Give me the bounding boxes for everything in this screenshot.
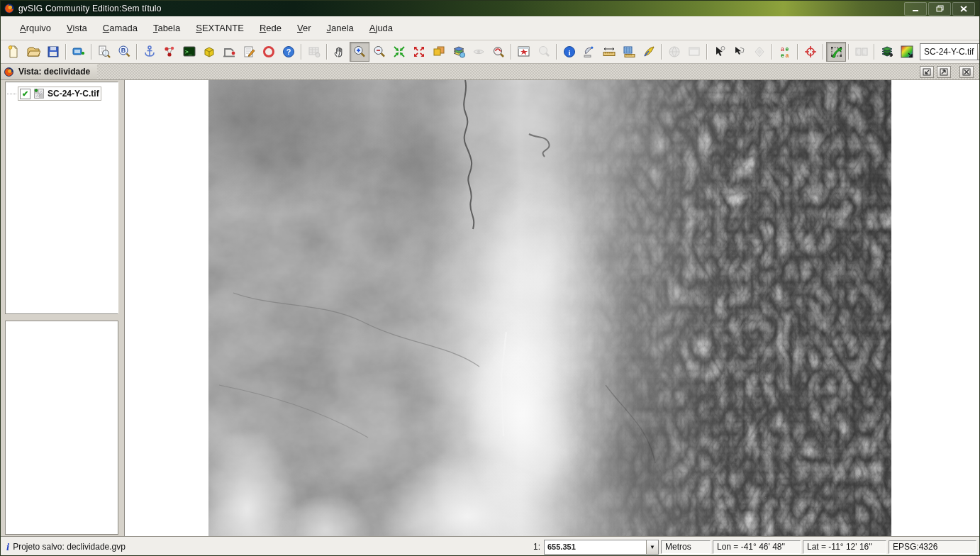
toolbar-separator	[91, 44, 92, 60]
map-canvas[interactable]	[124, 80, 979, 536]
menu-sextante[interactable]: SEXTANTE	[188, 20, 252, 36]
visibility-button[interactable]	[469, 42, 489, 62]
menu-tabela[interactable]: Tabela	[145, 20, 188, 36]
toc-splitter[interactable]	[5, 314, 118, 321]
toolbar-separator	[65, 44, 67, 60]
close-button[interactable]	[952, 2, 975, 16]
layer-manager-button[interactable]	[449, 42, 469, 62]
area-icon	[622, 45, 636, 59]
window-controls	[904, 2, 979, 16]
layer-combo-dropdown-icon[interactable]: ▼	[977, 44, 980, 60]
viewadd-icon	[72, 45, 86, 59]
scale-combo[interactable]: 655.351 ▼	[544, 540, 659, 555]
pagemag-icon	[97, 45, 111, 59]
folder-icon	[26, 45, 40, 59]
frames-icon	[854, 45, 869, 59]
vista-titlebar-texture	[97, 64, 914, 79]
open-project-button[interactable]	[23, 42, 43, 62]
map-frame-button[interactable]	[514, 42, 534, 62]
save-project-button[interactable]	[43, 42, 63, 62]
help-icon: ?	[282, 45, 296, 59]
layer-combo[interactable]: SC-24-Y-C.tif ▼	[920, 43, 980, 60]
left-column: ✔ SC-24-Y-C.tif	[1, 80, 118, 536]
new-view-button[interactable]	[69, 42, 89, 62]
overview-window-button[interactable]	[684, 42, 704, 62]
panel-splitter[interactable]	[118, 80, 124, 536]
menu-vista[interactable]: Vista	[59, 20, 95, 36]
sextante-console-button[interactable]: >_	[179, 42, 199, 62]
raster-bands-button[interactable]	[877, 42, 897, 62]
vista-maximize-button[interactable]	[937, 66, 951, 78]
menu-janela[interactable]: Janela	[319, 20, 362, 36]
sextante-history-button[interactable]	[219, 42, 239, 62]
raster-layer-icon	[33, 88, 45, 99]
measure-distance-button[interactable]	[599, 42, 619, 62]
toc-layer-row: ✔ SC-24-Y-C.tif	[7, 87, 118, 101]
zoom-full-extent-button[interactable]	[409, 42, 429, 62]
vista-content: ✔ SC-24-Y-C.tif	[1, 80, 979, 536]
window-titlebar[interactable]: gvSIG Community Edition:Sem título	[1, 1, 979, 16]
locator-zoom-button[interactable]	[534, 42, 554, 62]
record-icon	[262, 45, 276, 59]
vista-close-button[interactable]	[959, 66, 974, 78]
color-table-button[interactable]	[897, 42, 917, 62]
svg-text:?: ?	[286, 48, 291, 56]
select-by-buffer-button[interactable]	[750, 42, 769, 62]
menu-arquivo[interactable]: Arquivo	[12, 20, 59, 36]
epsg-box: EPSG:4326	[889, 540, 976, 554]
restore-button[interactable]	[928, 2, 951, 16]
zoom-in-button[interactable]	[350, 42, 369, 62]
page-zoom-button[interactable]	[94, 42, 114, 62]
zoom-manager-button[interactable]	[489, 42, 508, 62]
menu-rede[interactable]: Rede	[252, 20, 289, 36]
raster-info-button[interactable]	[579, 42, 599, 62]
toolbar-separator	[823, 44, 824, 60]
prevsq-icon	[432, 45, 446, 59]
measure-area-button[interactable]	[619, 42, 639, 62]
sextante-modeler-button[interactable]	[160, 42, 179, 62]
scale-zoom-button[interactable]: B	[114, 42, 134, 62]
toolbar: B>_?iaeea SC-24-Y-C.tif ▼	[1, 40, 979, 64]
vista-controls	[914, 64, 979, 79]
eye-icon	[472, 45, 486, 59]
new-project-button[interactable]	[4, 42, 23, 62]
attribute-locator-button[interactable]: aeea	[775, 42, 795, 62]
scale-dropdown-icon[interactable]: ▼	[646, 540, 658, 554]
raster-frames-button[interactable]	[852, 42, 872, 62]
zoom-out-button[interactable]	[369, 42, 389, 62]
sextante-models-button[interactable]	[199, 42, 219, 62]
grad-icon	[900, 45, 914, 59]
vista-minimize-button[interactable]	[920, 66, 934, 78]
vista-title-area: Vista: declividade	[1, 64, 97, 79]
menu-ajuda[interactable]: Ajuda	[362, 20, 401, 36]
vista-titlebar[interactable]: Vista: declividade	[1, 64, 979, 80]
toc-layer-item[interactable]: ✔ SC-24-Y-C.tif	[18, 87, 101, 101]
statusbar: i Projeto salvo: declividade.gvp 1: 655.…	[1, 536, 979, 556]
menu-ver[interactable]: Ver	[289, 20, 319, 36]
layer-name: SC-24-Y-C.tif	[48, 89, 99, 99]
units-box: Metros	[661, 540, 711, 554]
web-map-button[interactable]	[664, 42, 684, 62]
select-by-point-button[interactable]	[710, 42, 730, 62]
raster-layer-select-button[interactable]	[826, 42, 846, 62]
zoom-selection-button[interactable]	[389, 42, 409, 62]
select-by-polygon-button[interactable]	[730, 42, 750, 62]
doc-icon	[6, 45, 21, 59]
hyperlink-button[interactable]	[639, 42, 659, 62]
sextante-record-button[interactable]	[259, 42, 279, 62]
menu-camada[interactable]: Camada	[95, 20, 145, 36]
magarr-icon	[491, 45, 506, 59]
zoom-previous-button[interactable]	[429, 42, 449, 62]
vista-title: Vista: declividade	[18, 67, 90, 77]
layer-visibility-checkbox[interactable]: ✔	[20, 89, 30, 99]
sextante-edit-button[interactable]	[239, 42, 259, 62]
rasel-icon	[829, 45, 843, 59]
pan-button[interactable]	[330, 42, 350, 62]
minimize-button[interactable]	[904, 2, 927, 16]
table-settings-button[interactable]	[304, 42, 324, 62]
sextante-help-button[interactable]: ?	[279, 42, 299, 62]
center-view-to-point-button[interactable]	[801, 42, 820, 62]
info-by-point-button[interactable]: i	[559, 42, 579, 62]
toolbar-separator	[326, 44, 328, 60]
sextante-toolbox-button[interactable]	[140, 42, 160, 62]
